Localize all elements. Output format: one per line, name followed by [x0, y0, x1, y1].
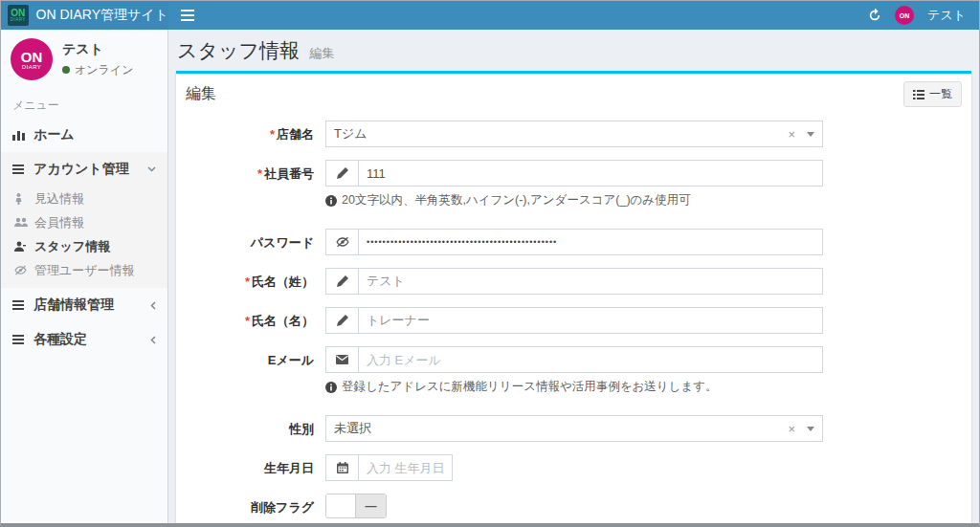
chevron-left-icon [150, 336, 156, 344]
bar-chart-icon [12, 129, 33, 141]
bars-icon [12, 300, 33, 310]
sidebar-item-prospect[interactable]: 見込情報 [1, 187, 167, 210]
calendar-icon [325, 454, 358, 481]
gender-label: 性別 [186, 415, 325, 438]
sidebar-toggle-button[interactable] [168, 1, 207, 30]
required-mark: * [270, 127, 275, 142]
treeview-account: アカウント管理 見込情報 会員情報 [1, 152, 167, 288]
last-name-label: *氏名（姓） [186, 268, 325, 291]
sidebar-item-admin-user[interactable]: 管理ユーザー情報 [1, 258, 167, 282]
delete-flag-label: 削除フラグ [186, 494, 325, 516]
logo-text-diary: DIARY [11, 18, 26, 23]
navbar-user-name[interactable]: テスト [927, 7, 966, 24]
form-row-delete-flag: 削除フラグ — [186, 494, 962, 518]
site-title: ON DIARY管理サイト [36, 7, 168, 24]
clear-icon[interactable]: × [788, 128, 795, 141]
required-mark: * [245, 314, 250, 328]
page-title: スタッフ情報 [177, 39, 300, 61]
email-help-text: 登録したアドレスに新機能リリース情報や活用事例をお送りします。 [342, 379, 717, 395]
clear-icon[interactable]: × [788, 423, 795, 435]
password-input[interactable] [358, 229, 823, 255]
sidebar-avatar: ON DIARY [11, 38, 53, 80]
person-icon [14, 193, 34, 205]
content-header: スタッフ情報 編集 [168, 30, 979, 71]
form-row-last-name: *氏名（姓） [186, 268, 962, 295]
panel-title: 編集 [186, 84, 216, 104]
top-navbar: ON DIARY ON DIARY管理サイト ON テスト [1, 1, 979, 30]
page-subtitle: 編集 [310, 46, 335, 60]
hamburger-icon [181, 10, 194, 21]
pencil-icon [325, 307, 358, 334]
store-label: *店舗名 [186, 121, 325, 143]
info-icon [325, 382, 337, 393]
bars-icon [12, 335, 33, 344]
birthday-input[interactable] [358, 454, 453, 481]
online-status: オンライン [62, 62, 133, 78]
person-plus-icon [14, 241, 34, 253]
email-help: 登録したアドレスに新機能リリース情報や活用事例をお送りします。 [325, 379, 823, 395]
form-row-password: パスワード [186, 229, 962, 255]
sidebar-item-label: 会員情報 [34, 214, 84, 231]
caret-down-icon [807, 427, 814, 431]
employee-no-help-text: 20文字以内、半角英数,ハイフン(-),アンダースコア(_)のみ使用可 [342, 192, 691, 209]
sidebar-item-member[interactable]: 会員情報 [1, 210, 167, 234]
main-content: スタッフ情報 編集 編集 一覧 *店舗名 [168, 30, 979, 523]
sidebar-item-label: 見込情報 [34, 190, 84, 208]
avatar-text-on: ON [21, 50, 43, 64]
sidebar-item-label: アカウント管理 [33, 161, 129, 178]
form-row-store: *店舗名 Tジム × [186, 121, 962, 147]
eye-slash-icon [14, 265, 34, 275]
sidebar-item-label: スタッフ情報 [34, 238, 110, 255]
store-select[interactable]: Tジム × [325, 121, 823, 147]
sidebar-item-store-mgmt[interactable]: 店舗情報管理 [1, 288, 167, 322]
menu-section-label: メニュー [1, 90, 167, 118]
list-button-label: 一覧 [929, 86, 952, 102]
user-avatar[interactable]: ON [895, 6, 914, 25]
caret-down-icon [807, 132, 814, 137]
eye-slash-icon [325, 229, 358, 255]
form-row-email: Eメール [186, 346, 962, 395]
edit-form: *店舗名 Tジム × *社員番号 [176, 113, 971, 527]
required-mark: * [245, 274, 250, 289]
navbar-right: ON テスト [868, 6, 979, 25]
sidebar-user-panel: ON DIARY テスト オンライン [1, 30, 167, 90]
form-row-first-name: *氏名（名） [186, 307, 962, 334]
sidebar: ON DIARY テスト オンライン メニュー ホーム [1, 30, 168, 523]
chevron-left-icon [150, 301, 156, 310]
first-name-input[interactable] [358, 307, 823, 334]
last-name-input[interactable] [358, 268, 823, 295]
online-status-label: オンライン [75, 62, 133, 78]
brand-logo[interactable]: ON DIARY ON DIARY管理サイト [1, 1, 168, 30]
password-label: パスワード [186, 229, 325, 252]
delete-flag-toggle[interactable]: — [325, 494, 387, 518]
sidebar-item-home[interactable]: ホーム [1, 118, 167, 152]
sidebar-item-label: 店舗情報管理 [33, 296, 114, 314]
refresh-button[interactable] [868, 9, 881, 22]
email-label: Eメール [186, 346, 325, 369]
sidebar-item-settings[interactable]: 各種設定 [1, 322, 167, 357]
gender-select[interactable]: 未選択 × [325, 415, 823, 442]
first-name-label: *氏名（名） [186, 307, 325, 330]
birthday-label: 生年月日 [186, 454, 325, 477]
sidebar-user-name: テスト [62, 41, 133, 58]
pencil-icon [325, 268, 358, 295]
pencil-icon [325, 160, 358, 187]
list-icon [913, 90, 924, 99]
ondiary-logo-icon: ON DIARY [8, 5, 29, 26]
form-row-birthday: 生年月日 [186, 454, 962, 481]
online-dot-icon [62, 66, 70, 74]
sidebar-item-staff[interactable]: スタッフ情報 [1, 234, 167, 258]
app-window: ON DIARY ON DIARY管理サイト ON テスト ON DIARY [1, 1, 979, 523]
email-input[interactable] [358, 346, 823, 373]
panel-header: 編集 一覧 [176, 74, 971, 113]
envelope-icon [325, 346, 358, 373]
info-icon [325, 195, 337, 207]
edit-panel: 編集 一覧 *店舗名 Tジム [176, 71, 971, 527]
form-row-employee-no: *社員番号 [186, 160, 962, 209]
list-button[interactable]: 一覧 [903, 81, 962, 107]
required-mark: * [257, 166, 262, 181]
employee-no-input[interactable] [358, 160, 823, 187]
sidebar-item-account-mgmt[interactable]: アカウント管理 [1, 152, 167, 187]
form-row-gender: 性別 未選択 × [186, 415, 962, 442]
bars-icon [12, 165, 33, 174]
